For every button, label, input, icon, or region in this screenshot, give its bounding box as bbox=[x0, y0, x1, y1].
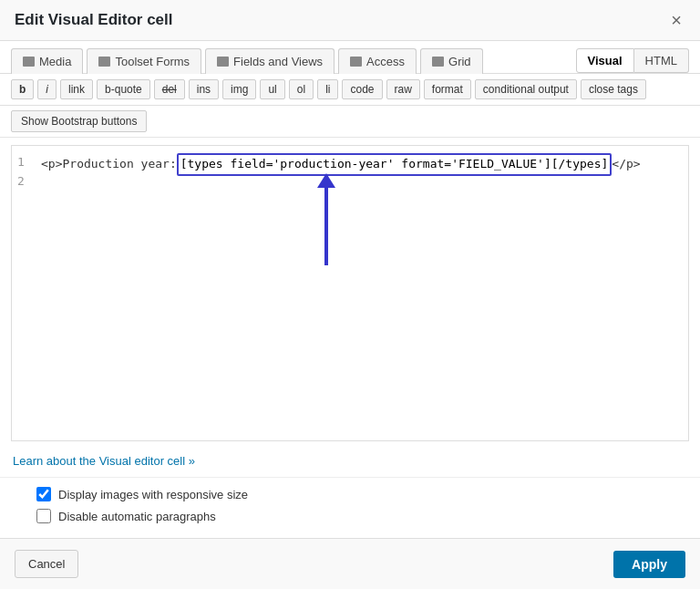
toolbar-li[interactable]: li bbox=[317, 79, 338, 99]
toolbar-conditional-output[interactable]: conditional output bbox=[475, 79, 577, 99]
toolbar-ol[interactable]: ol bbox=[289, 79, 314, 99]
toolbar-bquote[interactable]: b-quote bbox=[97, 79, 150, 99]
modal-overlay: Edit Visual Editor cell × Media Toolset … bbox=[0, 0, 700, 589]
show-bootstrap-buttons[interactable]: Show Bootstrap buttons bbox=[11, 110, 147, 132]
bootstrap-row: Show Bootstrap buttons bbox=[0, 106, 700, 138]
modal-close-button[interactable]: × bbox=[667, 11, 685, 29]
editor-content[interactable]: 1 2 <p>Production year: [types field='pr… bbox=[12, 146, 688, 202]
form-icon bbox=[98, 57, 110, 67]
visual-view-button[interactable]: Visual bbox=[576, 48, 634, 73]
tab-toolset-forms[interactable]: Toolset Forms bbox=[87, 48, 201, 74]
shortcode-highlight: [types field='production-year' format='F… bbox=[177, 153, 612, 176]
toolbar-link[interactable]: link bbox=[60, 79, 93, 99]
toolbar-ins[interactable]: ins bbox=[189, 79, 219, 99]
tab-grid-label: Grid bbox=[448, 55, 471, 68]
fields-icon bbox=[217, 57, 229, 67]
apply-button[interactable]: Apply bbox=[613, 551, 685, 578]
tab-grid[interactable]: Grid bbox=[420, 48, 483, 74]
code-line-2 bbox=[41, 176, 681, 195]
code-text-before: <p>Production year: bbox=[41, 155, 177, 174]
tab-toolset-forms-label: Toolset Forms bbox=[115, 55, 190, 68]
code-line-1: <p>Production year: [types field='produc… bbox=[41, 153, 681, 176]
responsive-images-label: Display images with responsive size bbox=[58, 488, 248, 501]
toolbar-row: b i link b-quote del ins img ul ol li co… bbox=[0, 74, 700, 106]
grid-icon bbox=[432, 57, 444, 67]
info-link[interactable]: Learn about the Visual editor cell » bbox=[13, 454, 195, 468]
tab-fields-and-views[interactable]: Fields and Views bbox=[205, 48, 335, 74]
line-numbers: 1 2 bbox=[12, 146, 30, 199]
toolbar-format[interactable]: format bbox=[424, 79, 471, 99]
editor-area: 1 2 <p>Production year: [types field='pr… bbox=[11, 145, 689, 441]
image-icon bbox=[23, 57, 35, 67]
modal-footer: Cancel Apply bbox=[0, 538, 700, 589]
toolbar-bold[interactable]: b bbox=[11, 79, 34, 99]
tab-media[interactable]: Media bbox=[11, 48, 83, 74]
toolbar-code[interactable]: code bbox=[342, 79, 382, 99]
tab-access[interactable]: Access bbox=[338, 48, 417, 74]
disable-paragraphs-label: Disable automatic paragraphs bbox=[58, 510, 216, 523]
toolbar-img[interactable]: img bbox=[222, 79, 256, 99]
options-area: Display images with responsive size Disa… bbox=[0, 477, 700, 538]
html-view-button[interactable]: HTML bbox=[634, 48, 689, 73]
toolbar-italic[interactable]: i bbox=[37, 79, 57, 99]
option-disable-paragraphs: Disable automatic paragraphs bbox=[36, 509, 685, 523]
toolbar-ul[interactable]: ul bbox=[260, 79, 284, 99]
access-icon bbox=[350, 57, 362, 67]
tab-access-label: Access bbox=[366, 55, 405, 68]
view-toggle: Visual HTML bbox=[576, 48, 689, 73]
modal-title: Edit Visual Editor cell bbox=[15, 11, 173, 29]
option-responsive-images: Display images with responsive size bbox=[36, 487, 685, 501]
code-text-after: </p> bbox=[612, 155, 640, 174]
arrow-shaft bbox=[324, 188, 328, 265]
toolbar-close-tags[interactable]: close tags bbox=[581, 79, 646, 99]
cancel-button[interactable]: Cancel bbox=[15, 550, 78, 578]
code-lines: <p>Production year: [types field='produc… bbox=[41, 153, 681, 195]
responsive-images-checkbox[interactable] bbox=[36, 487, 51, 501]
disable-paragraphs-checkbox[interactable] bbox=[36, 509, 51, 523]
toolbar-raw[interactable]: raw bbox=[386, 79, 420, 99]
info-link-row: Learn about the Visual editor cell » bbox=[0, 449, 700, 477]
tab-media-label: Media bbox=[39, 55, 71, 68]
tabs-row: Media Toolset Forms Fields and Views Acc… bbox=[0, 41, 700, 74]
toolbar-del[interactable]: del bbox=[154, 79, 185, 99]
modal-header: Edit Visual Editor cell × bbox=[0, 0, 700, 41]
modal: Edit Visual Editor cell × Media Toolset … bbox=[0, 0, 700, 589]
tab-fields-label: Fields and Views bbox=[233, 55, 323, 68]
